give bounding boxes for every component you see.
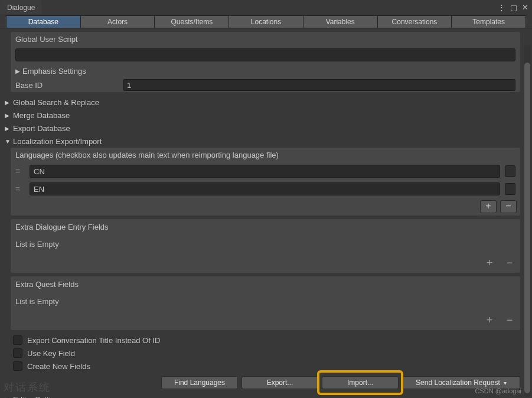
base-id-label: Base ID [15, 81, 119, 90]
add-language-button[interactable]: + [480, 200, 497, 213]
language-trailing-button[interactable] [505, 165, 515, 177]
base-id-input[interactable] [123, 79, 515, 91]
empty-label: List is Empty [15, 297, 59, 306]
close-icon[interactable]: ✕ [522, 4, 528, 11]
find-languages-button[interactable]: Find Languages [161, 376, 238, 389]
header-label: Global User Script [15, 35, 77, 44]
button-label: Export... [267, 379, 293, 387]
base-id-row: Base ID [11, 78, 520, 92]
tab-label: Database [28, 18, 58, 26]
chevron-down-icon: ▼ [5, 138, 13, 145]
tab-locations[interactable]: Locations [229, 15, 303, 28]
extra-dialogue-fields-box: Extra Dialogue Entry Fields List is Empt… [11, 219, 520, 273]
languages-box: Languages (checkbox also updates main te… [11, 148, 520, 216]
extra-quest-fields-box: Extra Quest Fields List is Empty + − [11, 276, 520, 330]
window-tab-dialogue[interactable]: Dialogue [0, 0, 42, 14]
localization-export-import-foldout[interactable]: ▼ Localization Export/Import [2, 135, 523, 148]
export-database-foldout[interactable]: ▶ Export Database [2, 122, 523, 135]
maximize-icon[interactable]: ▢ [510, 4, 517, 11]
drag-handle-icon[interactable]: = [15, 167, 25, 176]
export-conv-title-checkbox[interactable] [13, 335, 22, 345]
checkbox-label: Use Key Field [27, 349, 75, 358]
language-item-cn: = [11, 162, 520, 180]
titlebar: Dialogue ⋮ ▢ ✕ [0, 0, 532, 14]
drag-handle-icon[interactable]: = [15, 184, 25, 194]
create-new-fields-checkbox[interactable] [13, 361, 22, 371]
remove-language-button[interactable]: − [500, 200, 517, 213]
tab-label: Actors [107, 18, 128, 26]
foldout-label: Editor Settings [13, 395, 63, 399]
header-label: Extra Quest Fields [15, 280, 79, 289]
tab-templates[interactable]: Templates [452, 15, 526, 28]
global-user-script-input[interactable] [15, 48, 515, 61]
emphasis-label: Emphasis Settings [22, 67, 86, 76]
chevron-right-icon: ▶ [5, 396, 13, 399]
extra-quest-footer: + − [11, 311, 520, 330]
global-search-replace-foldout[interactable]: ▶ Global Search & Replace [2, 96, 523, 109]
tab-label: Locations [251, 18, 281, 26]
languages-plusminus: + − [11, 198, 520, 216]
button-label: Send Localization Request [416, 379, 500, 387]
global-user-script-box: Global User Script ▶ Emphasis Settings B… [11, 32, 520, 92]
button-label: Find Languages [174, 379, 225, 387]
localization-actions-row: Find Languages Export... Import... Send … [2, 373, 523, 393]
tab-conversations[interactable]: Conversations [378, 15, 452, 28]
tab-label: Quests/Items [171, 18, 213, 26]
language-item-en: = [11, 180, 520, 198]
editor-settings-foldout[interactable]: ▶ Editor Settings [2, 393, 523, 398]
languages-header: Languages (checkbox also updates main te… [11, 148, 520, 162]
chevron-right-icon: ▶ [5, 99, 13, 106]
import-button[interactable]: Import... [322, 376, 399, 389]
language-trailing-button[interactable] [505, 183, 515, 195]
tab-database[interactable]: Database [6, 15, 81, 28]
checkbox-label: Create New Fields [27, 362, 90, 371]
tab-label: Templates [472, 18, 505, 26]
tab-label: Variables [326, 18, 355, 26]
export-conv-title-row: Export Conversation Title Instead Of ID [2, 334, 523, 347]
header-label: Extra Dialogue Entry Fields [15, 223, 109, 231]
language-input[interactable] [30, 165, 500, 178]
foldout-label: Merge Database [13, 111, 70, 120]
extra-dialogue-empty: List is Empty [11, 235, 520, 253]
extra-dialogue-header: Extra Dialogue Entry Fields [11, 219, 520, 235]
extra-quest-empty: List is Empty [11, 292, 520, 311]
add-quest-field-button[interactable]: + [482, 314, 497, 327]
chevron-right-icon: ▶ [15, 68, 22, 74]
tab-variables[interactable]: Variables [303, 15, 378, 28]
tab-label: Conversations [392, 18, 438, 26]
foldout-label: Global Search & Replace [13, 98, 99, 107]
scroll-thumb[interactable] [524, 63, 530, 393]
language-input[interactable] [30, 182, 500, 195]
merge-database-foldout[interactable]: ▶ Merge Database [2, 109, 523, 122]
extra-quest-header: Extra Quest Fields [11, 276, 520, 292]
languages-header-label: Languages (checkbox also updates main te… [15, 151, 279, 159]
export-button[interactable]: Export... [241, 376, 318, 389]
use-key-field-checkbox[interactable] [13, 348, 22, 358]
create-new-fields-row: Create New Fields [2, 360, 523, 373]
remove-quest-field-button[interactable]: − [502, 314, 517, 327]
foldout-label: Export Database [13, 124, 70, 133]
send-localization-request-button[interactable]: Send Localization Request [402, 376, 520, 389]
add-dialogue-field-button[interactable]: + [482, 257, 497, 269]
global-user-script-header: Global User Script [11, 32, 520, 46]
button-label: Import... [347, 379, 373, 387]
emphasis-settings-foldout[interactable]: ▶ Emphasis Settings [11, 64, 520, 78]
empty-label: List is Empty [15, 240, 59, 249]
tab-quests-items[interactable]: Quests/Items [155, 15, 229, 28]
use-key-field-row: Use Key Field [2, 347, 523, 360]
checkbox-label: Export Conversation Title Instead Of ID [27, 336, 160, 345]
main-tabs: Database Actors Quests/Items Locations V… [0, 14, 532, 28]
tab-actors[interactable]: Actors [81, 15, 155, 28]
extra-dialogue-footer: + − [11, 253, 520, 273]
chevron-right-icon: ▶ [5, 125, 13, 132]
kebab-menu-icon[interactable]: ⋮ [498, 4, 505, 11]
global-user-script-field-row [11, 46, 520, 64]
vertical-scrollbar[interactable] [524, 45, 531, 397]
window-tab-label: Dialogue [7, 4, 35, 12]
chevron-right-icon: ▶ [5, 112, 13, 119]
foldout-label: Localization Export/Import [13, 137, 102, 146]
remove-dialogue-field-button[interactable]: − [502, 257, 517, 269]
